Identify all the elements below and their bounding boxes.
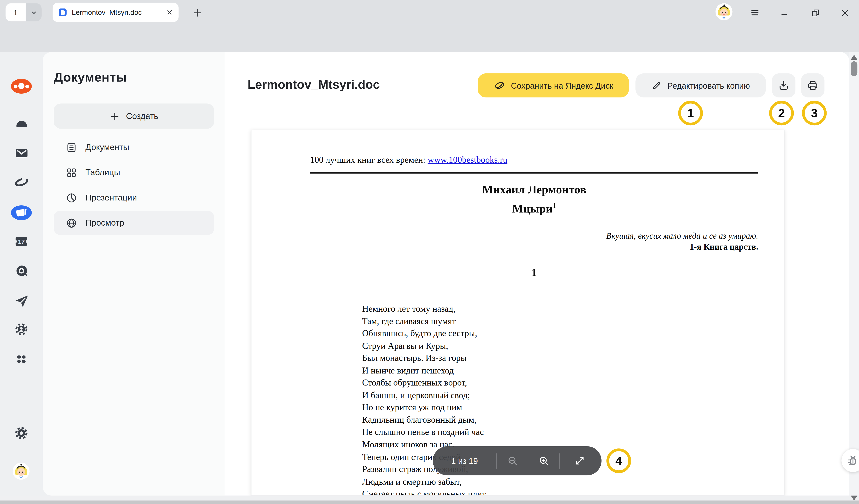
users-settings-icon[interactable] [0, 322, 43, 337]
poem-line: И башни, и церковный свод; [362, 389, 487, 402]
sidebar-title: Документы [54, 70, 127, 85]
poem-line: И нынче видит пешеход [362, 365, 487, 377]
doc-header-text: 100 лучших книг всех времен: [310, 154, 428, 165]
sidebar-item-documents[interactable]: Документы [54, 135, 214, 159]
tab-title-fade: - [144, 9, 146, 16]
save-to-disk-button[interactable]: Сохранить на Яндекс Диск [478, 73, 629, 97]
poem-line: Кадильниц благовонный дым, [362, 414, 487, 426]
doc-section-number: 1 [310, 266, 758, 279]
maximize-button[interactable] [807, 4, 824, 21]
doc-poem-title: Мцыри1 [310, 198, 758, 217]
window-bottom-edge [0, 500, 859, 504]
zoom-in-button[interactable] [528, 455, 559, 467]
docs-favicon [58, 8, 67, 17]
scrollbar-up-arrow[interactable] [851, 55, 858, 60]
sidebar-item-tables[interactable]: Таблицы [54, 161, 214, 184]
sidebar-item-label: Презентации [86, 193, 137, 203]
doc-header-line: 100 лучших книг всех времен: www.100best… [310, 154, 758, 165]
scrollbar-down-arrow[interactable] [851, 495, 858, 501]
doc-author-block: Михаил Лермонтов Мцыри1 [310, 182, 758, 217]
svg-text:17: 17 [18, 238, 25, 245]
doc-header-rule [310, 172, 758, 173]
callout-2: 2 [769, 101, 794, 125]
chevron-down-icon[interactable] [26, 3, 42, 21]
browser-menu-icon[interactable] [746, 4, 764, 21]
tab-title: Lermontov_Mtsyri.doc [72, 8, 142, 16]
scrollbar-track[interactable] [849, 52, 859, 495]
doc-epigraph-source: 1-я Книга царств. [310, 242, 758, 252]
sidebar-item-label: Просмотр [86, 218, 124, 228]
poem-line: Столбы обрушенных ворот, [362, 377, 487, 390]
sidebar-item-label: Таблицы [86, 168, 120, 178]
download-doc-button[interactable] [772, 73, 796, 97]
globe-icon [66, 217, 77, 229]
new-tab-button[interactable] [189, 4, 206, 21]
save-to-disk-label: Сохранить на Яндекс Диск [511, 81, 613, 90]
dzen-icon[interactable] [0, 174, 43, 189]
create-button[interactable]: Создать [54, 104, 214, 128]
yandex-start-icon[interactable] [0, 77, 43, 95]
mail-icon[interactable] [0, 145, 43, 161]
settings-gear-icon[interactable] [0, 425, 43, 441]
minimize-button[interactable] [776, 4, 793, 21]
tables-grid-icon [66, 167, 77, 178]
tab-bar: 1 Lermontov_Mtsyri.doc - [0, 0, 859, 25]
doc-author: Михаил Лермонтов [310, 182, 758, 198]
bottom-strip [0, 495, 859, 500]
zoom-out-button[interactable] [497, 455, 528, 467]
address-toolbar: docs.yandex.ru Lermontov_Mtsyri.doc - Ян… [0, 25, 859, 52]
pencil-icon [651, 80, 662, 91]
document-icon [66, 141, 77, 153]
callout-4: 4 [606, 448, 631, 473]
all-services-grid-icon[interactable] [0, 352, 43, 367]
active-tab[interactable]: Lermontov_Mtsyri.doc - [52, 3, 179, 22]
rail-profile-avatar[interactable] [13, 463, 30, 480]
poem-line: Струи Арагвы и Куры, [362, 340, 487, 352]
poem-line: Но не курится уж под ним [362, 402, 487, 414]
paper-plane-icon[interactable] [0, 293, 43, 308]
create-label: Создать [126, 111, 158, 121]
poem-line: Не слышно пенье в поздний час [362, 426, 487, 439]
yandex-disk-icon [494, 79, 506, 91]
sidebar-item-presentations[interactable]: Презентации [54, 186, 214, 210]
edit-copy-button[interactable]: Редактировать копию [635, 73, 766, 97]
footnote-mark: 1 [553, 201, 556, 210]
tab-group-count[interactable]: 1 [5, 3, 26, 21]
poem-line: Людьми и смертию забыт, [362, 476, 487, 488]
window-close-button[interactable] [836, 4, 854, 21]
viewer-toolbar: 1 из 19 [433, 446, 602, 475]
plus-icon [109, 111, 120, 121]
fullscreen-button[interactable] [560, 456, 599, 466]
poem-line: Там, где сливаяся шумят [362, 315, 487, 327]
print-doc-button[interactable] [801, 73, 825, 97]
tab-close-icon[interactable] [166, 9, 173, 16]
pie-chart-icon [66, 192, 77, 203]
tab-group-pill[interactable]: 1 [5, 3, 42, 21]
poem-line: Обнявшись, будто две сестры, [362, 327, 487, 340]
doc-epigraph: Вкушая, вкусих мало меда и се аз умираю. [310, 230, 758, 242]
poem-line: Сметает пыль с могильных плит, [362, 488, 487, 495]
poem-line: Был монастырь. Из-за горы [362, 352, 487, 365]
page-counter: 1 из 19 [433, 456, 496, 465]
ticket-17-icon[interactable]: 17 [0, 234, 43, 249]
edit-copy-label: Редактировать копию [667, 81, 750, 90]
scrollbar-thumb[interactable] [851, 61, 858, 76]
cloud-icon[interactable] [0, 116, 43, 131]
profile-avatar[interactable] [715, 3, 733, 20]
callout-1: 1 [678, 101, 703, 125]
docs-service-icon-active[interactable] [0, 204, 43, 221]
document-title: Lermontov_Mtsyri.doc [247, 78, 380, 92]
messenger-icon[interactable] [0, 263, 43, 278]
document-page: 100 лучших книг всех времен: www.100best… [251, 130, 784, 495]
doc-header-link[interactable]: www.100bestbooks.ru [427, 154, 507, 165]
sidebar-item-view[interactable]: Просмотр [54, 211, 214, 235]
callout-3: 3 [802, 101, 827, 125]
sidebar-item-label: Документы [86, 142, 129, 152]
browser-window: 1 Lermontov_Mtsyri.doc - [0, 0, 859, 504]
poem-line: Немного лет тому назад, [362, 303, 487, 315]
